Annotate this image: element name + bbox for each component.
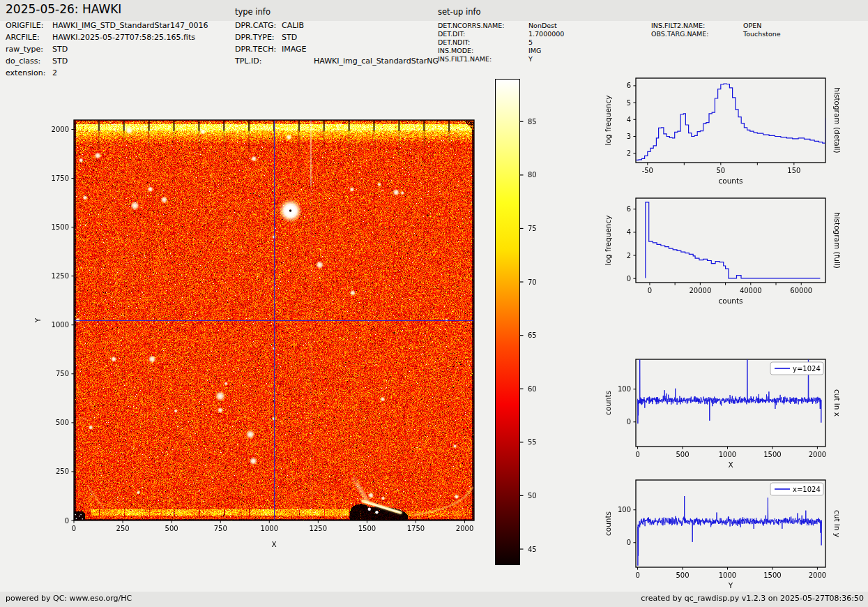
- hist-detail-side-label: histogram (detail): [833, 87, 842, 153]
- main-image-x-tick-label: 1250: [310, 525, 327, 532]
- colorbar-tick-label: 65: [528, 331, 537, 339]
- cut-x-x-tick-label: 2000: [809, 451, 826, 458]
- setup-info-row: INS.FILT1.NAME:Y: [438, 55, 533, 63]
- colorbar-tick-label: 45: [528, 546, 537, 553]
- type-info-row: DPR.CATG:CALIB: [235, 21, 304, 30]
- cut-x-side-label: cut in x: [833, 389, 842, 417]
- setup-info-row: INS.FILT2.NAME:OPEN: [651, 22, 761, 29]
- cut-x-y-tick-label: 0: [627, 418, 631, 426]
- main-image-y-tick-label: 500: [56, 419, 69, 426]
- main-image-xlabel: X: [271, 540, 276, 548]
- hist-full-xlabel: counts: [718, 297, 743, 305]
- main-image-y-tick-label: 1000: [52, 321, 69, 329]
- det-ncorrs-label: DET.NCORRS.NAME:: [438, 22, 528, 29]
- hist-full-x-tick-label: 0: [648, 287, 652, 294]
- tpl-id-label: TPL.ID:: [235, 57, 282, 66]
- main-image-y-tick-label: 2000: [52, 126, 69, 133]
- dpr-type-label: DPR.TYPE:: [235, 33, 282, 42]
- ins-filt1-value: Y: [528, 55, 533, 63]
- main-image-x-tick-label: 1000: [261, 525, 278, 532]
- main-image-y-tick-label: 250: [56, 467, 69, 475]
- hist-full-y-tick-label: 4: [627, 228, 631, 236]
- ins-filt2-value: OPEN: [743, 22, 761, 29]
- cut-x-series: [638, 291, 822, 424]
- file-info-row: raw_type:STD: [6, 45, 68, 54]
- cut-y-x-tick-label: 500: [676, 571, 689, 579]
- hist-detail-ylabel: log frequency: [604, 95, 612, 145]
- detector-image: [74, 120, 474, 520]
- origfile-value: HAWKI_IMG_STD_StandardStar147_0016: [52, 21, 208, 30]
- main-image-ylabel: Y: [33, 317, 42, 323]
- cut-x-x-tick-label: 0: [635, 451, 639, 458]
- hist-detail-frame: [636, 78, 825, 163]
- setup-info-row: DET.DIT:1.7000000: [438, 30, 564, 38]
- hist-full-x-tick-label: 40000: [740, 287, 762, 294]
- hist-detail-y-tick-label: 6: [627, 82, 631, 89]
- footer-created-by: created by qc_rawdisp.py v1.2.3 on 2025-…: [641, 594, 864, 603]
- hist-detail-x-tick-label: 50: [716, 167, 725, 174]
- cut-y-y-tick-label: 100: [618, 506, 631, 514]
- hist-full-x-tick-label: 60000: [790, 287, 812, 294]
- doclass-value: STD: [52, 57, 68, 66]
- cut-x-xlabel: X: [728, 460, 733, 469]
- arcfile-label: ARCFILE:: [6, 33, 52, 42]
- setup-info-row: INS.MODE:IMG: [438, 47, 541, 54]
- det-ncorrs-value: NonDest: [528, 22, 557, 29]
- hist-detail-y-tick-label: 5: [627, 99, 631, 107]
- cut-x-frame: [636, 359, 825, 447]
- main-image-x-tick-label: 1750: [407, 525, 425, 532]
- main-image-y-tick-label: 1500: [52, 223, 69, 231]
- tpl-id-value: HAWKI_img_cal_StandardStarNG: [314, 57, 439, 66]
- file-info-row: ORIGFILE:HAWKI_IMG_STD_StandardStar147_0…: [6, 21, 208, 30]
- extension-value: 2: [52, 68, 57, 77]
- cut-x-legend-label: y=1024: [793, 365, 821, 373]
- hist-full-y-tick-label: 2: [627, 252, 631, 260]
- cut-y-x-tick-label: 2000: [809, 571, 826, 579]
- setup-info-row: OBS.TARG.NAME:Touchstone: [651, 30, 781, 38]
- cut-x-ylabel: counts: [604, 391, 612, 415]
- file-info-row: do_class:STD: [6, 57, 68, 66]
- rawtype-label: raw_type:: [6, 45, 52, 54]
- cut-y-y-tick-label: 0: [627, 539, 631, 546]
- hist-full-series: [646, 202, 821, 278]
- rawtype-value: STD: [52, 45, 68, 54]
- main-image-y-tick-label: 1750: [52, 174, 69, 182]
- hist-detail-xlabel: counts: [718, 177, 743, 185]
- colorbar-tick-label: 85: [528, 118, 537, 126]
- cut-x-x-tick-label: 1500: [763, 451, 781, 458]
- cut-y-xlabel: Y: [728, 581, 733, 590]
- hist-full-side-label: histogram (full): [833, 212, 842, 269]
- hist-detail-y-tick-label: 4: [627, 116, 631, 123]
- file-info-row: extension:2: [6, 68, 57, 77]
- dpr-catg-value: CALIB: [282, 21, 304, 30]
- hist-full-x-tick-label: 20000: [689, 287, 711, 294]
- file-info-row: ARCFILE:HAWKI.2025-05-27T07:58:25.165.fi…: [6, 33, 195, 42]
- cut-x-y-tick-label: 100: [618, 385, 631, 393]
- main-image-x-tick-label: 1500: [358, 525, 376, 532]
- header-bar: [0, 0, 868, 21]
- cut-y-side-label: cut in y: [833, 510, 842, 537]
- ins-filt2-label: INS.FILT2.NAME:: [651, 22, 743, 29]
- colorbar-tick-label: 55: [528, 438, 537, 446]
- hist-full-y-tick-label: 6: [627, 205, 631, 213]
- hist-full-frame: [636, 198, 825, 283]
- type-info-row: TPL.ID:HAWKI_img_cal_StandardStarNG: [235, 57, 439, 66]
- type-info-heading: type info: [235, 7, 271, 17]
- colorbar: [495, 79, 520, 565]
- cut-x-x-tick-label: 1000: [719, 451, 736, 458]
- cut-y-frame: [636, 480, 825, 567]
- cut-y-ylabel: counts: [604, 511, 612, 536]
- setup-info-row: DET.NDIT:5: [438, 38, 533, 46]
- main-image-y-tick-label: 0: [65, 517, 69, 525]
- colorbar-tick-label: 80: [528, 171, 537, 179]
- dpr-tech-label: DPR.TECH:: [235, 45, 282, 54]
- colorbar-tick-label: 75: [528, 225, 537, 232]
- colorbar-tick-label: 70: [528, 278, 537, 286]
- cut-y-series: [638, 496, 822, 566]
- doclass-label: do_class:: [6, 57, 52, 66]
- page-title: 2025-05-26: HAWKI: [6, 2, 121, 16]
- type-info-row: DPR.TECH:IMAGE: [235, 45, 307, 54]
- hist-full-ylabel: log frequency: [604, 215, 612, 265]
- main-image-y-tick-label: 750: [56, 370, 69, 377]
- det-dit-value: 1.7000000: [528, 30, 564, 38]
